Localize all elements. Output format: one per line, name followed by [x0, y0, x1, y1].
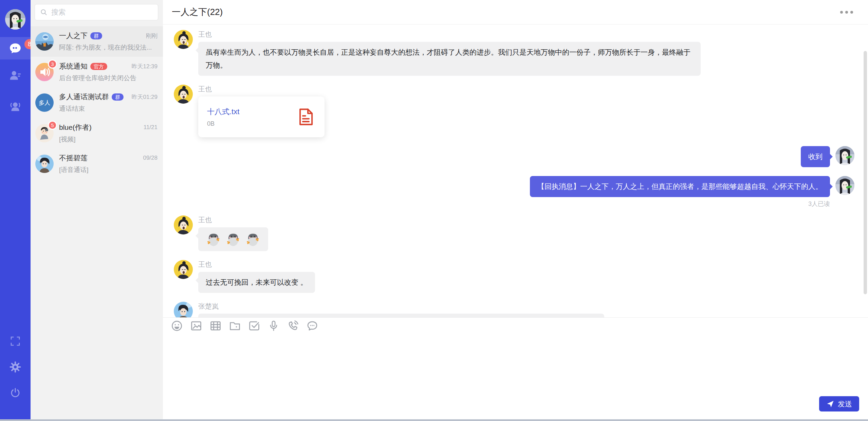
chat-app-window: 8 [0, 0, 868, 421]
video-icon[interactable] [209, 319, 222, 332]
text-file-icon [296, 107, 316, 127]
message-row: 王也 十八式.txt 0B [174, 85, 854, 137]
task-check-icon[interactable] [248, 319, 261, 332]
chat-history-icon[interactable] [306, 319, 319, 332]
search-input[interactable] [51, 8, 153, 16]
emoji-icon[interactable] [170, 319, 183, 332]
message-row-self: 收到 [174, 146, 854, 167]
vertical-scrollbar-thumb[interactable] [864, 51, 867, 294]
send-label: 发送 [838, 399, 852, 409]
message-text: 收到 [808, 153, 823, 160]
official-tag: 官方 [90, 63, 107, 70]
wangye-avatar[interactable] [174, 30, 193, 49]
conversation-name: 不摇碧莲 [59, 153, 88, 163]
my-avatar[interactable] [835, 176, 854, 195]
chat-area: 一人之下(22) [163, 0, 868, 421]
microphone-icon[interactable] [267, 319, 280, 332]
file-name: 十八式.txt [207, 107, 289, 117]
sender-name: 王也 [198, 260, 212, 269]
chat-bubble-icon [9, 42, 22, 55]
wangye-avatar[interactable] [174, 85, 193, 104]
message-row: 张楚岚 作为朋友，现在的我没法保证救你逃出生天，我能保证的只有...如果你真的会… [174, 302, 854, 317]
composer-toolbar [163, 318, 868, 334]
file-size: 0B [207, 120, 289, 127]
conversation-item-buyaobilian[interactable]: 不摇碧莲 09/28 [语音通话] [31, 148, 163, 179]
conversation-name: 多人通话测试群 [59, 92, 109, 102]
horizontal-scrollbar[interactable] [0, 419, 868, 421]
message-bubble: 过去无可挽回，未来可以改变 。 [198, 272, 315, 293]
wangye-avatar[interactable] [174, 215, 193, 234]
conversation-item-system-notice[interactable]: 3 系统通知 官方 昨天12:39 后台管理仓库临时关闭公告 [31, 57, 163, 87]
message-row: 王也 [174, 215, 854, 251]
image-icon[interactable] [190, 319, 203, 332]
message-list: 王也 虽有幸生而为人，也不要以万物灵长自居，正是这种妄自尊大的想法，才阻碍了人类… [163, 24, 868, 317]
conversation-item-multicall-group[interactable]: 多人 多人通话测试群 群 昨天01:29 通话结束 [31, 87, 163, 118]
read-status: 3人已读 [808, 200, 830, 208]
penguin-sticker [245, 231, 261, 247]
conversation-preview: 通话结束 [59, 104, 158, 113]
search-box [35, 4, 158, 20]
conversation-item-blue-author[interactable]: 5 blue(作者) 11/21 [视频] [31, 118, 163, 148]
zhangchulan-avatar[interactable] [174, 302, 193, 317]
rail-item-groups[interactable] [0, 95, 31, 118]
message-bubble-self: 收到 [801, 146, 830, 167]
message-text: 【回执消息】一人之下，万人之上，但真正的强者，是那些能够超越自我、心怀天下的人。 [537, 182, 823, 190]
chat-header: 一人之下(22) [163, 0, 868, 24]
conversation-preview: 后台管理仓库临时关闭公告 [59, 74, 158, 83]
rail-item-contacts[interactable] [0, 64, 31, 87]
conversation-preview: [语音通话] [59, 165, 158, 174]
rail-item-fullscreen[interactable] [0, 330, 31, 352]
left-rail: 8 [0, 0, 31, 421]
conversation-time: 11/21 [144, 124, 158, 131]
multicall-avatar: 多人 [35, 93, 54, 112]
sender-name: 王也 [198, 215, 212, 225]
penguin-sticker [225, 231, 241, 247]
conversation-item-yirenzhixia[interactable]: 一人之下 群 刚刚 阿莲: 作为朋友，现在的我没法... [31, 26, 163, 57]
more-options-icon[interactable] [837, 8, 856, 16]
gear-icon [9, 361, 22, 373]
sticker-bubble [198, 227, 268, 251]
my-avatar[interactable] [835, 146, 854, 165]
fullscreen-icon [9, 335, 21, 347]
group-cover-avatar [35, 32, 54, 51]
group-icon [9, 100, 22, 113]
sender-name: 王也 [198, 30, 212, 39]
conversation-time: 昨天12:39 [131, 63, 158, 70]
message-row: 王也 虽有幸生而为人，也不要以万物灵长自居，正是这种妄自尊大的想法，才阻碍了人类… [174, 30, 854, 76]
call-icon[interactable] [287, 319, 299, 332]
conversation-time: 昨天01:29 [131, 93, 158, 101]
conversation-preview: [视频] [59, 135, 158, 144]
group-tag: 群 [90, 32, 102, 39]
message-row: 王也 过去无可挽回，未来可以改变 。 [174, 260, 854, 293]
message-text: 虽有幸生而为人，也不要以万物灵长自居，正是这种妄自尊大的想法，才阻碍了人类的进步… [206, 48, 690, 69]
my-avatar[interactable] [5, 9, 25, 30]
paper-plane-icon [826, 400, 834, 408]
group-tag: 群 [112, 93, 124, 101]
penguin-sticker [206, 231, 221, 247]
conversation-name: 系统通知 [59, 62, 88, 71]
message-bubble: 作为朋友，现在的我没法保证救你逃出生天，我能保证的只有...如果你真的会遭遇到什… [198, 314, 604, 317]
rail-item-settings[interactable] [0, 356, 31, 378]
contacts-icon [9, 69, 22, 82]
conversation-name: 一人之下 [59, 31, 88, 40]
message-bubble: 虽有幸生而为人，也不要以万物灵长自居，正是这种妄自尊大的想法，才阻碍了人类的进步… [198, 42, 701, 76]
rail-item-power[interactable] [0, 382, 31, 404]
send-button[interactable]: 发送 [819, 396, 859, 411]
buyaobilian-avatar [35, 155, 54, 173]
sender-name: 张楚岚 [198, 302, 219, 311]
conversation-time: 09/28 [143, 155, 158, 161]
wangye-avatar[interactable] [174, 260, 193, 279]
message-text: 过去无可挽回，未来可以改变 。 [206, 278, 308, 286]
folder-icon[interactable] [228, 319, 241, 332]
power-icon [9, 387, 21, 399]
conversation-panel: 一人之下 群 刚刚 阿莲: 作为朋友，现在的我没法... [31, 0, 163, 421]
message-input[interactable] [163, 334, 868, 421]
conversation-time: 刚刚 [146, 32, 158, 40]
conversation-items: 一人之下 群 刚刚 阿莲: 作为朋友，现在的我没法... [31, 26, 163, 179]
unread-badge: 5 [48, 121, 57, 130]
conversation-name: blue(作者) [59, 123, 92, 132]
rail-item-chats[interactable]: 8 [0, 37, 31, 59]
conversation-preview: 阿莲: 作为朋友，现在的我没法... [59, 43, 158, 52]
file-message-card[interactable]: 十八式.txt 0B [198, 97, 325, 137]
unread-badge: 3 [48, 59, 57, 69]
